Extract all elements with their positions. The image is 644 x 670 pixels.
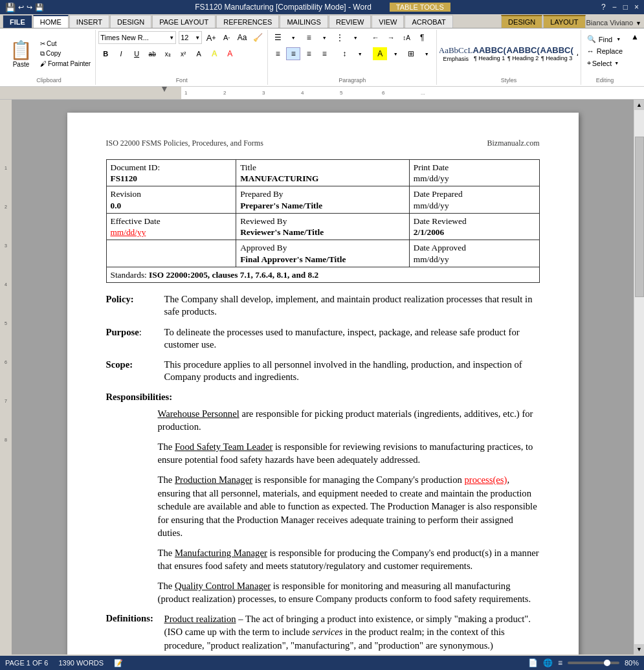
definitions-section: Definitions: Product realization – The a… — [106, 612, 540, 654]
change-case-btn[interactable]: Aa — [235, 31, 249, 44]
decrease-font-btn[interactable]: A- — [219, 31, 234, 44]
copy-button[interactable]: ⧉Copy — [38, 49, 93, 58]
tab-insert[interactable]: INSERT — [69, 15, 109, 28]
tab-page-layout[interactable]: PAGE LAYOUT — [152, 15, 216, 28]
font-name-dropdown[interactable]: ▼ — [169, 35, 174, 41]
select-btn[interactable]: ⌖ Select ▼ — [584, 58, 623, 69]
line-spacing-btn[interactable]: ↕ — [337, 47, 351, 60]
clear-format-btn[interactable]: 🧹 — [250, 31, 265, 44]
subscript-btn[interactable]: x₂ — [161, 47, 175, 60]
numbering-btn[interactable]: ≡ — [302, 31, 316, 44]
tab-file[interactable]: FILE — [3, 15, 32, 28]
strikethrough-btn[interactable]: ab — [145, 47, 159, 60]
quick-save-icon[interactable]: 💾 — [35, 3, 44, 12]
vertical-scrollbar[interactable]: ▲ ▼ — [634, 100, 644, 654]
document-page[interactable]: ISO 22000 FSMS Policies, Procedures, and… — [67, 113, 579, 654]
decrease-indent-btn[interactable]: ← — [368, 31, 383, 44]
style-heading1[interactable]: AABBC( ¶ Heading 1 — [473, 43, 505, 63]
emphasis-preview: AaBbCcL — [439, 45, 472, 56]
find-dropdown[interactable]: ▼ — [616, 37, 621, 41]
manufacturing-manager: Manufacturing Manager — [175, 548, 267, 558]
scroll-up-btn[interactable]: ▲ — [634, 100, 645, 110]
select-dropdown[interactable]: ▼ — [614, 61, 619, 65]
ruler-v-5: 5 — [0, 320, 12, 359]
underline-btn[interactable]: U — [129, 47, 144, 60]
tab-references[interactable]: REFERENCES — [216, 15, 279, 28]
close-btn[interactable]: × — [634, 3, 639, 12]
style-heading3[interactable]: AABBC( ¶ Heading 3 — [540, 43, 573, 63]
find-btn[interactable]: 🔍 Find ▼ — [584, 34, 624, 45]
dropdown-shading[interactable]: ▼ — [388, 47, 403, 60]
shading-btn[interactable]: A — [373, 47, 387, 60]
view-web-btn[interactable]: 🌐 — [543, 658, 553, 667]
view-print-btn[interactable]: 📄 — [528, 658, 538, 667]
dropdown-line-spacing[interactable]: ▼ — [353, 47, 367, 60]
responsibility-item-2: The Food Safety Team Leader is responsib… — [158, 440, 540, 467]
text-effect-btn[interactable]: A — [192, 47, 206, 60]
text-highlight-btn[interactable]: A — [207, 47, 221, 60]
ribbon-tabs: FILE HOME INSERT DESIGN PAGE LAYOUT REFE… — [0, 14, 644, 28]
tab-review[interactable]: REVIEW — [329, 15, 371, 28]
tab-mailings[interactable]: MAILINGS — [280, 15, 328, 28]
help-btn[interactable]: ? — [601, 3, 606, 12]
show-formatting-btn[interactable]: ¶ — [415, 31, 429, 44]
align-left-btn[interactable]: ≡ — [271, 47, 285, 60]
dropdown-numbering[interactable]: ▼ — [317, 31, 331, 44]
maximize-btn[interactable]: □ — [623, 3, 628, 12]
reviewed-by-label: Reviewed By — [240, 216, 405, 227]
tab-table-layout[interactable]: LAYOUT — [543, 15, 585, 28]
cut-button[interactable]: ✂Cut — [38, 39, 93, 48]
justify-btn[interactable]: ≡ — [317, 47, 331, 60]
font-color-btn[interactable]: A — [223, 47, 237, 60]
increase-font-btn[interactable]: A+ — [204, 31, 218, 44]
collapse-ribbon-btn[interactable]: ▲ — [628, 30, 641, 45]
zoom-slider[interactable] — [568, 662, 619, 664]
proofing-icon[interactable]: 📝 — [114, 659, 123, 667]
heading3-label: ¶ Heading 3 — [541, 55, 572, 61]
scroll-track[interactable] — [634, 110, 644, 644]
zoom-thumb[interactable] — [604, 660, 610, 666]
replace-btn[interactable]: ↔ Replace — [584, 46, 626, 56]
scope-section: Scope: This procedure applies to all per… — [106, 359, 540, 383]
tab-table-design[interactable]: DESIGN — [501, 15, 542, 28]
editing-label: Editing — [584, 76, 626, 84]
paragraph-label: Paragraph — [271, 76, 434, 84]
style-heading2[interactable]: AABBC( ¶ Heading 2 — [507, 43, 539, 63]
format-painter-button[interactable]: 🖌Format Painter — [38, 60, 93, 68]
tab-home[interactable]: HOME — [33, 15, 69, 28]
styles-scroll-up[interactable]: ▲ — [575, 50, 578, 57]
multilevel-btn[interactable]: ⋮ — [333, 31, 347, 44]
word-count: 1390 WORDS — [58, 659, 104, 667]
dropdown-borders[interactable]: ▼ — [419, 47, 434, 60]
italic-btn[interactable]: I — [114, 47, 128, 60]
font-size-select[interactable]: 12 ▼ — [179, 31, 202, 44]
scroll-down-btn[interactable]: ▼ — [634, 644, 645, 654]
redo-icon[interactable]: ↪ — [27, 3, 32, 12]
style-emphasis[interactable]: AaBbCcL Emphasis — [439, 43, 472, 64]
align-center-btn[interactable]: ≡ — [286, 47, 300, 60]
borders-btn[interactable]: ⊞ — [404, 47, 418, 60]
table-cell-print-date: Print Date mm/dd/yy — [409, 159, 539, 186]
tab-view[interactable]: VIEW — [372, 15, 404, 28]
paste-button[interactable]: 📋 Paste — [5, 36, 37, 71]
dropdown-multilevel[interactable]: ▼ — [348, 31, 362, 44]
increase-indent-btn[interactable]: → — [384, 31, 398, 44]
user-dropdown[interactable]: ▼ — [636, 20, 641, 27]
align-right-btn[interactable]: ≡ — [302, 47, 316, 60]
undo-icon[interactable]: ↩ — [18, 3, 24, 12]
view-draft-btn[interactable]: ≡ — [558, 658, 562, 667]
bullets-btn[interactable]: ☰ — [271, 31, 285, 44]
tab-design[interactable]: DESIGN — [110, 15, 151, 28]
superscript-btn[interactable]: x² — [176, 47, 190, 60]
responsibilities-label: Responsibilities: — [106, 391, 540, 403]
sort-btn[interactable]: ↕A — [399, 31, 414, 44]
scope-text: This procedure applies to all personnel … — [164, 359, 540, 383]
font-size-dropdown[interactable]: ▼ — [195, 35, 200, 41]
tab-acrobat[interactable]: ACROBAT — [405, 15, 452, 28]
bold-btn[interactable]: B — [98, 47, 113, 60]
font-label: Font — [98, 76, 265, 84]
dropdown-bullets[interactable]: ▼ — [286, 31, 300, 44]
minimize-btn[interactable]: − — [612, 3, 617, 12]
scroll-thumb[interactable] — [635, 137, 644, 297]
font-name-select[interactable]: Times New R... ▼ — [98, 31, 176, 44]
